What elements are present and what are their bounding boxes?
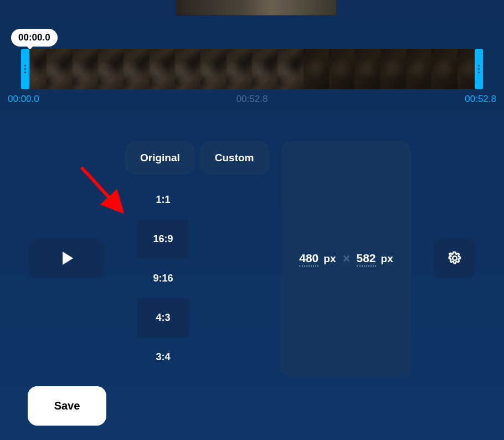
filmstrip-frame xyxy=(329,49,354,89)
timeline-mid-time: 00:52.8 xyxy=(236,94,268,105)
trim-handle-end[interactable] xyxy=(475,49,483,89)
filmstrip-frame xyxy=(200,49,226,89)
filmstrip-frame xyxy=(47,49,72,89)
svg-line-2 xyxy=(81,167,120,209)
handle-grip-icon xyxy=(478,68,480,70)
save-button[interactable]: Save xyxy=(28,386,106,426)
handle-grip-icon xyxy=(24,65,26,66)
filmstrip-frame xyxy=(380,49,406,89)
timeline-start-time: 00:00.0 xyxy=(8,94,39,105)
ratio-option-3-4[interactable]: 3:4 xyxy=(137,337,189,377)
aspect-ratio-list: 1:1 16:9 9:16 4:3 3:4 xyxy=(137,180,189,377)
trim-handle-start[interactable] xyxy=(21,49,29,89)
controls-row xyxy=(28,238,476,278)
handle-grip-icon xyxy=(478,71,480,73)
filmstrip[interactable] xyxy=(21,49,483,89)
filmstrip-frame xyxy=(73,49,98,89)
filmstrip-frame xyxy=(277,49,303,89)
filmstrip-frame xyxy=(252,49,277,89)
filmstrip-frame xyxy=(175,49,200,89)
filmstrip-frame xyxy=(98,49,124,89)
handle-grip-icon xyxy=(24,68,26,70)
gear-icon xyxy=(447,250,462,266)
ratio-option-4-3[interactable]: 4:3 xyxy=(137,298,189,337)
handle-grip-icon xyxy=(478,65,480,66)
aspect-tabs: Original Custom xyxy=(125,141,269,175)
playhead-time-bubble[interactable]: 00:00.0 xyxy=(11,29,58,47)
filmstrip-frame xyxy=(354,49,380,89)
settings-button[interactable] xyxy=(433,238,476,278)
svg-point-0 xyxy=(452,256,456,260)
video-preview xyxy=(176,0,336,16)
tab-original[interactable]: Original xyxy=(125,141,195,175)
filmstrip-frame xyxy=(150,49,175,89)
filmstrip-frame xyxy=(431,49,457,89)
timeline-end-time: 00:52.8 xyxy=(465,94,496,105)
handle-grip-icon xyxy=(24,71,26,73)
filmstrip-frame xyxy=(406,49,431,89)
filmstrip-frame xyxy=(227,49,252,89)
tab-custom[interactable]: Custom xyxy=(200,141,269,175)
filmstrip-frame xyxy=(124,49,149,89)
play-button[interactable] xyxy=(28,238,105,278)
ratio-option-1-1[interactable]: 1:1 xyxy=(137,180,189,219)
filmstrip-frame xyxy=(304,49,329,89)
play-icon xyxy=(63,252,73,265)
